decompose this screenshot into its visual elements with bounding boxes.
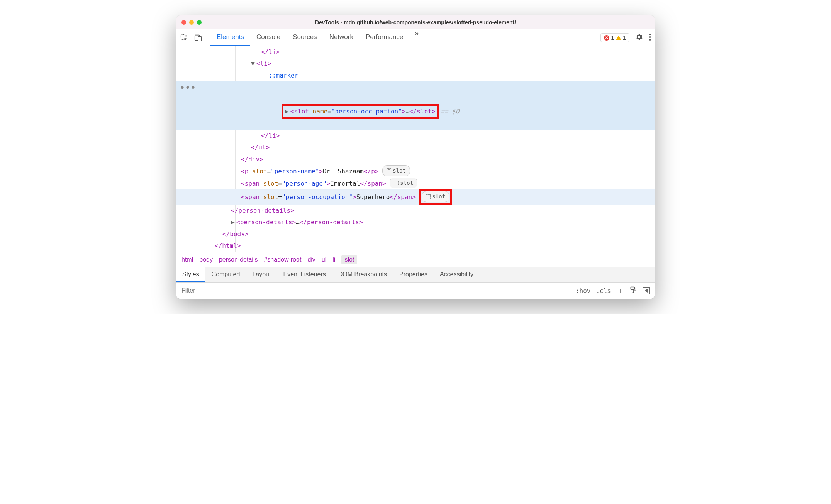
more-tabs-icon[interactable]: » [409,29,424,46]
more-menu-icon[interactable] [649,33,651,43]
subtab-styles[interactable]: Styles [176,267,205,282]
new-style-rule-icon[interactable]: ＋ [616,286,624,296]
subtab-event-listeners[interactable]: Event Listeners [277,267,332,282]
svg-rect-6 [631,287,634,290]
svg-rect-2 [198,36,201,41]
tab-elements[interactable]: Elements [210,29,250,46]
dom-line-open-li[interactable]: ▼<li> [176,58,655,69]
dom-line-span-age[interactable]: <span slot="person-age">Immortal</span> … [176,178,655,190]
subtab-computed[interactable]: Computed [205,267,246,282]
crumb-body[interactable]: body [199,256,213,263]
collapse-sidebar-icon[interactable] [643,287,650,294]
breakpoint-gutter-icon[interactable]: ••• [180,84,196,91]
dom-line-marker[interactable]: ::marker [176,70,655,81]
slot-reveal-badge[interactable]: slot [390,178,417,189]
breadcrumb: html body person-details #shadow-root di… [176,252,655,267]
styles-subtabs: Styles Computed Layout Event Listeners D… [176,267,655,282]
dom-line-close-div[interactable]: </div> [176,154,655,165]
inspect-icon[interactable] [180,34,188,42]
expand-arrow-icon[interactable]: ▶ [231,216,236,228]
highlight-box-slot: ▶<slot name="person-occupation">…</slot> [282,104,439,119]
dom-line-person2[interactable]: ▶<person-details>…</person-details> [176,216,655,228]
warning-count: 1 [623,34,626,41]
window-controls [181,20,202,25]
crumb-li[interactable]: li [332,256,335,263]
dom-line-close-li2[interactable]: </li> [176,130,655,142]
slot-reveal-badge[interactable]: slot [382,165,410,176]
svg-point-7 [633,292,634,293]
paint-icon[interactable] [629,286,637,295]
crumb-html[interactable]: html [181,256,193,263]
crumb-person-details[interactable]: person-details [219,256,258,263]
crumb-ul[interactable]: ul [322,256,326,263]
cls-toggle[interactable]: .cls [596,287,611,294]
close-window-button[interactable] [181,20,186,25]
window-title: DevTools - mdn.github.io/web-components-… [176,19,655,25]
tab-console[interactable]: Console [250,29,287,46]
highlight-box-badge: slot [419,189,452,205]
crumb-div[interactable]: div [307,256,315,263]
svg-point-3 [649,33,651,35]
tab-performance[interactable]: Performance [360,29,409,46]
dom-line-close-person[interactable]: </person-details> [176,205,655,216]
dom-tree[interactable]: </li> ▼<li> ::marker ••• ▶<slot name="pe… [176,46,655,252]
slot-icon [387,168,391,173]
dom-line-close-html[interactable]: </html> [176,240,655,252]
error-icon: ✕ [604,35,609,41]
styles-filter-bar: :hov .cls ＋ [176,282,655,299]
titlebar: DevTools - mdn.github.io/web-components-… [176,15,655,29]
maximize-window-button[interactable] [197,20,202,25]
collapse-arrow-icon[interactable]: ▼ [251,58,256,69]
svg-point-5 [649,39,651,40]
hov-toggle[interactable]: :hov [576,287,591,294]
tab-network[interactable]: Network [323,29,360,46]
filter-input[interactable] [176,283,570,299]
dom-line-close-li[interactable]: </li> [176,46,655,58]
panel-tabs: Elements Console Sources Network Perform… [210,29,424,46]
crumb-slot[interactable]: slot [341,255,357,264]
dom-line-slot-selected[interactable]: ••• ▶<slot name="person-occupation">…</s… [176,81,655,130]
crumb-shadow-root[interactable]: #shadow-root [264,256,301,263]
slot-reveal-badge[interactable]: slot [422,191,449,202]
status-counts[interactable]: ✕ 1 1 [600,33,629,42]
minimize-window-button[interactable] [189,20,194,25]
devtools-window: DevTools - mdn.github.io/web-components-… [176,15,655,299]
subtab-properties[interactable]: Properties [393,267,434,282]
svg-point-4 [649,36,651,37]
expand-arrow-icon[interactable]: ▶ [285,106,290,117]
main-toolbar: Elements Console Sources Network Perform… [176,29,655,46]
dom-line-span-occupation[interactable]: <span slot="person-occupation">Superhero… [176,189,655,205]
slot-icon [426,194,431,199]
error-count: 1 [611,34,614,41]
warning-icon [616,36,621,40]
tab-sources[interactable]: Sources [287,29,323,46]
dom-line-close-body[interactable]: </body> [176,228,655,240]
device-toggle-icon[interactable] [194,34,202,42]
subtab-accessibility[interactable]: Accessibility [434,267,480,282]
settings-icon[interactable] [635,33,643,43]
subtab-layout[interactable]: Layout [246,267,277,282]
slot-icon [394,181,399,185]
dom-line-close-ul[interactable]: </ul> [176,142,655,153]
dom-line-p-name[interactable]: <p slot="person-name">Dr. Shazaam</p> sl… [176,165,655,178]
subtab-dom-breakpoints[interactable]: DOM Breakpoints [332,267,393,282]
